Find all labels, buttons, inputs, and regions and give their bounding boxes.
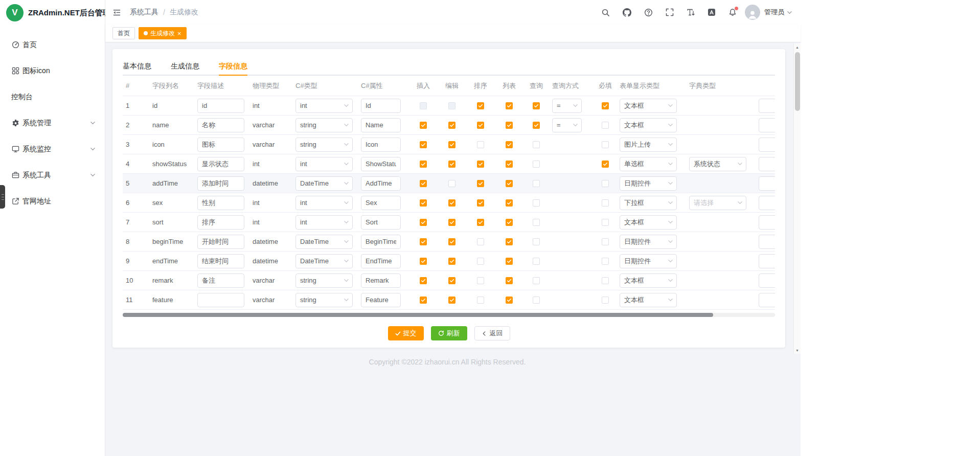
qtype-select[interactable]: = <box>552 99 582 113</box>
extra-input[interactable] <box>759 293 775 307</box>
desc-input[interactable] <box>197 293 244 307</box>
ctype-select[interactable]: int <box>295 99 353 113</box>
query-checkbox[interactable] <box>533 219 540 226</box>
breadcrumb-item[interactable]: 系统工具 <box>130 8 158 17</box>
cprop-input[interactable] <box>361 157 401 171</box>
sort-checkbox[interactable] <box>477 277 484 284</box>
ctype-select[interactable]: DateTime <box>295 254 353 268</box>
desc-input[interactable] <box>197 196 244 210</box>
list-checkbox[interactable] <box>506 161 513 168</box>
ctype-select[interactable]: int <box>295 215 353 230</box>
tab-fields[interactable]: 字段信息 <box>219 58 247 75</box>
query-checkbox[interactable] <box>533 180 540 187</box>
list-checkbox[interactable] <box>506 219 513 226</box>
list-checkbox[interactable] <box>506 199 513 207</box>
insert-checkbox[interactable] <box>420 277 427 284</box>
desc-input[interactable] <box>197 235 244 249</box>
extra-input[interactable] <box>759 138 775 152</box>
sidebar-item-console[interactable]: 控制台 <box>0 84 105 110</box>
required-checkbox[interactable] <box>602 141 609 148</box>
cprop-input[interactable] <box>361 118 401 132</box>
insert-checkbox[interactable] <box>420 258 427 265</box>
sidebar-resize-handle[interactable] <box>0 185 5 209</box>
cprop-input[interactable] <box>361 176 401 191</box>
required-checkbox[interactable] <box>602 297 609 304</box>
desc-input[interactable] <box>197 157 244 171</box>
extra-input[interactable] <box>759 176 775 191</box>
cprop-input[interactable] <box>361 273 401 288</box>
query-checkbox[interactable] <box>533 161 540 168</box>
insert-checkbox[interactable] <box>420 180 427 187</box>
scroll-down-arrow[interactable]: ▼ <box>794 347 801 354</box>
vertical-scrollbar[interactable]: ▲ ▼ <box>793 43 801 354</box>
sort-checkbox[interactable] <box>477 161 484 168</box>
extra-input[interactable] <box>759 118 775 132</box>
required-checkbox[interactable] <box>602 277 609 284</box>
insert-checkbox[interactable] <box>420 122 427 129</box>
cprop-input[interactable] <box>361 138 401 152</box>
ctype-select[interactable]: string <box>295 138 353 152</box>
display-select[interactable]: 下拉框 <box>620 196 677 210</box>
display-select[interactable]: 文本框 <box>620 273 677 288</box>
cprop-input[interactable] <box>361 196 401 210</box>
sidebar-item-website[interactable]: 官网地址 <box>0 188 105 214</box>
sort-checkbox[interactable] <box>477 258 484 265</box>
required-checkbox[interactable] <box>602 219 609 226</box>
sort-checkbox[interactable] <box>477 199 484 207</box>
ctype-select[interactable]: string <box>295 118 353 132</box>
edit-checkbox[interactable] <box>448 219 455 226</box>
avatar[interactable] <box>745 5 760 20</box>
desc-input[interactable] <box>197 176 244 191</box>
sidebar-fold-icon[interactable] <box>112 9 121 16</box>
ctype-select[interactable]: DateTime <box>295 176 353 191</box>
insert-checkbox[interactable] <box>420 141 427 148</box>
scroll-up-arrow[interactable]: ▲ <box>794 43 801 51</box>
fullscreen-icon[interactable] <box>666 8 674 16</box>
extra-input[interactable] <box>759 196 775 210</box>
sort-checkbox[interactable] <box>477 297 484 304</box>
font-size-icon[interactable] <box>687 8 695 16</box>
dict-select[interactable]: 请选择 <box>689 196 746 210</box>
horizontal-scrollbar-thumb[interactable] <box>123 313 713 317</box>
sidebar-item-system-tools[interactable]: 系统工具 <box>0 162 105 188</box>
insert-checkbox[interactable] <box>420 238 427 245</box>
display-select[interactable]: 日期控件 <box>620 235 677 249</box>
qtype-select[interactable]: = <box>552 118 582 132</box>
query-checkbox[interactable] <box>533 199 540 207</box>
dict-select[interactable]: 系统状态 <box>689 157 746 171</box>
display-select[interactable]: 日期控件 <box>620 176 677 191</box>
required-checkbox[interactable] <box>602 199 609 207</box>
sort-checkbox[interactable] <box>477 180 484 187</box>
insert-checkbox[interactable] <box>420 199 427 207</box>
required-checkbox[interactable] <box>602 161 609 168</box>
query-checkbox[interactable] <box>533 258 540 265</box>
edit-checkbox[interactable] <box>448 277 455 284</box>
display-select[interactable]: 文本框 <box>620 99 677 113</box>
edit-checkbox[interactable] <box>448 258 455 265</box>
sort-checkbox[interactable] <box>477 102 484 109</box>
tags-view-tab-home[interactable]: 首页 <box>112 27 135 39</box>
ctype-select[interactable]: int <box>295 157 353 171</box>
extra-input[interactable] <box>759 254 775 268</box>
tab-gen[interactable]: 生成信息 <box>171 58 199 75</box>
extra-input[interactable] <box>759 215 775 230</box>
refresh-button[interactable]: 刷新 <box>431 326 467 340</box>
insert-checkbox[interactable] <box>420 297 427 304</box>
display-select[interactable]: 文本框 <box>620 118 677 132</box>
display-select[interactable]: 单选框 <box>620 157 677 171</box>
back-button[interactable]: 返回 <box>474 326 510 340</box>
sidebar-item-icons[interactable]: 图标icon <box>0 58 105 84</box>
query-checkbox[interactable] <box>533 238 540 245</box>
sort-checkbox[interactable] <box>477 122 484 129</box>
search-icon[interactable] <box>601 8 610 17</box>
insert-checkbox[interactable] <box>420 161 427 168</box>
ctype-select[interactable]: string <box>295 293 353 307</box>
sidebar-item-home[interactable]: 首页 <box>0 32 105 58</box>
github-icon[interactable] <box>623 8 631 17</box>
list-checkbox[interactable] <box>506 297 513 304</box>
desc-input[interactable] <box>197 99 244 113</box>
tab-basic[interactable]: 基本信息 <box>123 58 151 75</box>
sort-checkbox[interactable] <box>477 141 484 148</box>
vertical-scrollbar-thumb[interactable] <box>795 52 800 111</box>
cprop-input[interactable] <box>361 99 401 113</box>
